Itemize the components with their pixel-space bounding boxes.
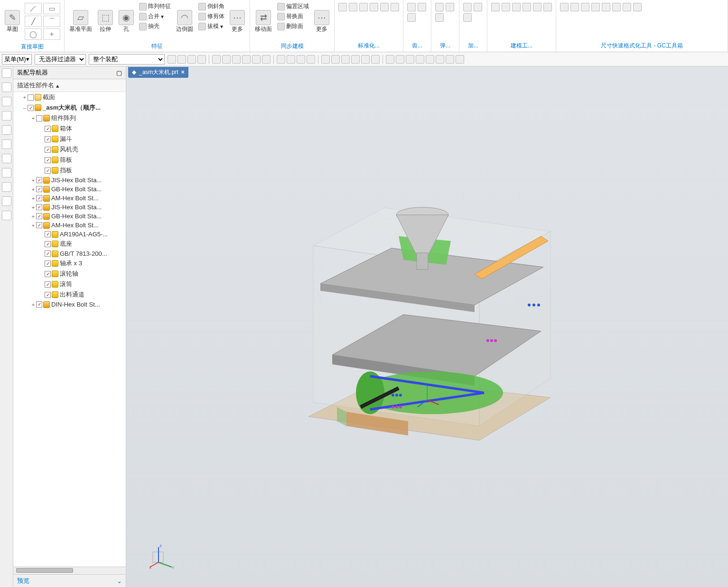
tree-item-13[interactable]: +AM-Hex Bolt St... — [13, 221, 126, 230]
unite-button[interactable]: 合并 ▾ — [138, 12, 172, 21]
std-ic2[interactable] — [349, 3, 357, 11]
shell-button[interactable]: 抽壳 — [138, 22, 172, 31]
tree-item-15[interactable]: 底座 — [13, 239, 126, 249]
expand-icon[interactable]: + — [30, 223, 36, 228]
gc-ic6[interactable] — [612, 3, 621, 11]
tree-item-16[interactable]: GB/T 7813-200... — [13, 249, 126, 258]
std-ic6[interactable] — [391, 3, 399, 11]
tb2-ic14[interactable] — [307, 55, 315, 64]
checkbox[interactable] — [45, 168, 51, 174]
tree-item-0[interactable]: +截面 — [13, 92, 126, 102]
tb2-ic9[interactable] — [252, 55, 261, 64]
tree-item-3[interactable]: 箱体 — [13, 123, 126, 134]
extrude-button[interactable]: ⬚ 拉伸 — [95, 1, 116, 41]
tb2-ic2[interactable] — [177, 55, 186, 64]
tree-item-18[interactable]: 滚轮轴 — [13, 269, 126, 279]
checkbox[interactable] — [45, 147, 51, 153]
plus-tool[interactable]: ＋ — [43, 28, 60, 40]
view-triad[interactable]: Z Y X — [149, 541, 177, 570]
mt-ic1[interactable] — [491, 3, 500, 11]
add-ic3[interactable] — [463, 13, 472, 22]
spring-ic2[interactable] — [446, 3, 454, 11]
checkbox[interactable] — [36, 222, 42, 228]
moveface-button[interactable]: ⇄ 移动面 — [252, 1, 275, 41]
checkbox[interactable] — [36, 115, 42, 121]
checkbox[interactable] — [45, 241, 51, 247]
expand-icon[interactable]: + — [30, 302, 36, 307]
sync-more-button[interactable]: ⋯ 更多 — [311, 1, 332, 41]
gc-ic4[interactable] — [591, 3, 600, 11]
gc-ic3[interactable] — [581, 3, 589, 11]
hole-button[interactable]: ◉ 孔 — [116, 1, 137, 41]
gc-ic8[interactable] — [633, 3, 642, 11]
tb2-ic16[interactable] — [331, 55, 340, 64]
expand-icon[interactable]: + — [22, 94, 28, 100]
spring-ic3[interactable] — [435, 13, 444, 22]
mt-ic4[interactable] — [523, 3, 531, 11]
tree-item-9[interactable]: +GB-Hex Bolt Sta... — [13, 185, 126, 194]
expand-icon[interactable]: + — [30, 196, 36, 201]
tb2-ic6[interactable] — [222, 55, 231, 64]
rail-pin-icon[interactable] — [2, 68, 11, 78]
spring-ic1[interactable] — [435, 3, 444, 11]
draft-button[interactable]: 拔模 ▾ — [197, 22, 226, 31]
tb2-ic4[interactable] — [197, 55, 206, 64]
tb2-ic22[interactable] — [396, 55, 404, 64]
tree-item-21[interactable]: +DIN-Hex Bolt St... — [13, 300, 126, 309]
checkbox[interactable] — [45, 136, 51, 142]
tree-item-17[interactable]: 轴承 x 3 — [13, 258, 126, 269]
horizontal-scrollbar[interactable] — [13, 567, 126, 574]
gear-ic2[interactable] — [418, 3, 426, 11]
gear-ic1[interactable] — [407, 3, 416, 11]
rect-tool[interactable]: ▭ — [43, 3, 60, 14]
tb2-ic17[interactable] — [341, 55, 350, 64]
tb2-ic15[interactable] — [321, 55, 330, 64]
std-ic5[interactable] — [380, 3, 389, 11]
checkbox[interactable] — [45, 292, 51, 298]
checkbox[interactable] — [36, 301, 42, 307]
tb2-ic23[interactable] — [406, 55, 414, 64]
mt-ic5[interactable] — [533, 3, 541, 11]
mt-ic6[interactable] — [543, 3, 552, 11]
tb2-ic13[interactable] — [297, 55, 305, 64]
checkbox[interactable] — [45, 231, 51, 237]
document-tab[interactable]: ◆ _asm大米机.prt × — [128, 67, 188, 78]
checkbox[interactable] — [45, 281, 51, 288]
gc-ic2[interactable] — [570, 3, 579, 11]
nav-dock-icon[interactable]: ▢ — [116, 69, 122, 76]
tb2-ic8[interactable] — [242, 55, 251, 64]
expand-icon[interactable]: + — [30, 186, 36, 192]
circle-tool[interactable]: ◯ — [25, 28, 42, 40]
tree-item-6[interactable]: 筛板 — [13, 155, 126, 165]
expand-icon[interactable]: – — [22, 105, 28, 111]
arc-tool[interactable]: ⌒ — [43, 16, 60, 27]
feature-more-button[interactable]: ⋯ 更多 — [227, 1, 248, 41]
checkbox[interactable] — [36, 195, 42, 201]
datum-plane-button[interactable]: ▱ 基准平面 — [66, 1, 95, 41]
filter-select[interactable]: 无选择过滤器 — [35, 54, 86, 65]
rail-ic9[interactable] — [2, 182, 11, 192]
tb2-ic1[interactable] — [168, 55, 176, 64]
mt-ic2[interactable] — [502, 3, 510, 11]
expand-icon[interactable]: + — [30, 205, 36, 210]
tb2-ic7[interactable] — [232, 55, 241, 64]
gc-ic5[interactable] — [602, 3, 610, 11]
std-ic3[interactable] — [359, 3, 368, 11]
checkbox[interactable] — [45, 271, 51, 277]
preview-bar[interactable]: 预览 ⌄ — [13, 574, 126, 587]
tree-item-8[interactable]: +JIS-Hex Bolt Sta... — [13, 176, 126, 185]
checkbox[interactable] — [36, 204, 42, 210]
tb2-ic12[interactable] — [287, 55, 295, 64]
tb2-ic27[interactable] — [446, 55, 454, 64]
checkbox[interactable] — [28, 94, 34, 101]
tb2-ic26[interactable] — [436, 55, 444, 64]
tree-item-12[interactable]: +GB-Hex Bolt Sta... — [13, 212, 126, 221]
tree-item-10[interactable]: +AM-Hex Bolt St... — [13, 194, 126, 203]
rail-ic7[interactable] — [2, 154, 11, 163]
tb2-ic3[interactable] — [187, 55, 196, 64]
checkbox[interactable] — [45, 126, 51, 132]
edgeblend-button[interactable]: ◠ 边倒圆 — [173, 1, 196, 41]
std-ic1[interactable] — [338, 3, 347, 11]
rail-ic4[interactable] — [2, 111, 11, 121]
tb2-ic5[interactable] — [212, 55, 221, 64]
